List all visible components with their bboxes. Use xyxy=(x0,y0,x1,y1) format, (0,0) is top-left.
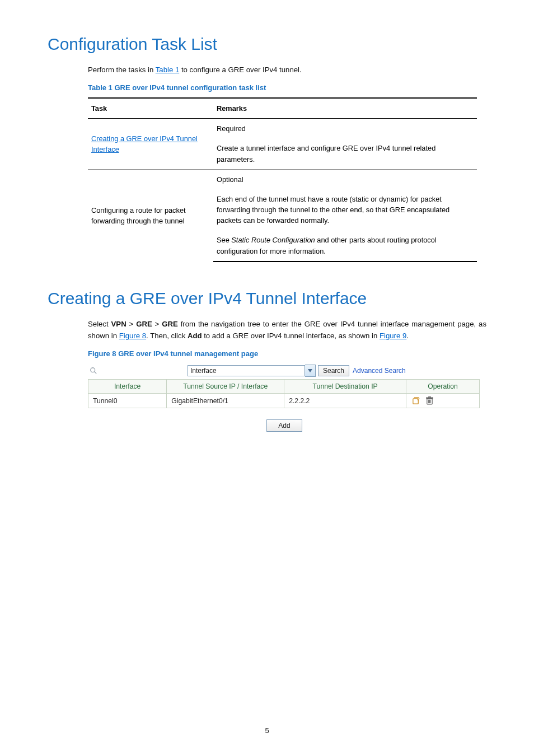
add-button[interactable]: Add xyxy=(266,419,302,432)
text: > xyxy=(152,320,162,328)
breadcrumb: GRE xyxy=(136,320,152,328)
remarks-cell: Create a tunnel interface and configure … xyxy=(213,138,477,169)
text: See xyxy=(217,236,231,244)
link-figure-8[interactable]: Figure 8 xyxy=(119,332,146,340)
link-figure-9[interactable]: Figure 9 xyxy=(380,332,406,340)
text: Perform the tasks in xyxy=(88,66,156,74)
table-row: Tunnel0 GigabitEthernet0/1 2.2.2.2 xyxy=(88,394,480,408)
chevron-down-icon[interactable] xyxy=(305,365,316,377)
trash-icon[interactable] xyxy=(426,396,433,405)
intro-paragraph-1: Perform the tasks in Table 1 to configur… xyxy=(48,64,486,76)
col-header-interface[interactable]: Interface xyxy=(88,380,167,394)
advanced-search-link[interactable]: Advanced Search xyxy=(353,367,406,375)
task-cell-2: Configuring a route for packet forwardin… xyxy=(88,169,213,262)
col-header-remarks: Remarks xyxy=(213,98,477,119)
svg-point-0 xyxy=(91,368,95,372)
breadcrumb: GRE xyxy=(162,320,178,328)
table-1-caption: Table 1 GRE over IPv4 tunnel configurati… xyxy=(88,83,486,92)
edit-icon[interactable] xyxy=(412,396,420,405)
text-bold-add: Add xyxy=(188,332,202,340)
svg-line-1 xyxy=(95,372,97,374)
search-button[interactable]: Search xyxy=(318,365,349,376)
cell-source: GigabitEthernet0/1 xyxy=(167,394,284,408)
text: to configure a GRE over IPv4 tunnel. xyxy=(179,66,301,74)
figure-8-ui: Search Advanced Search Interface Tunnel … xyxy=(88,363,481,432)
heading-create-gre-tunnel: Creating a GRE over IPv4 Tunnel Interfac… xyxy=(48,289,486,308)
svg-rect-8 xyxy=(429,397,431,398)
task-cell-1: Creating a GRE over IPv4 Tunnel Interfac… xyxy=(88,119,213,170)
figure-8-caption: Figure 8 GRE over IPv4 tunnel management… xyxy=(88,349,486,358)
text: . xyxy=(406,332,409,340)
tunnel-table: Interface Tunnel Source IP / Interface T… xyxy=(88,379,480,408)
text: . Then, click xyxy=(146,332,188,340)
search-field-select[interactable] xyxy=(188,365,305,376)
remarks-cell: Required xyxy=(213,119,477,139)
table-1: Task Remarks Creating a GRE over IPv4 Tu… xyxy=(88,97,477,262)
text: to add a GRE over IPv4 tunnel interface,… xyxy=(202,332,380,340)
heading-config-task-list: Configuration Task List xyxy=(48,35,486,54)
link-create-gre-tunnel[interactable]: Creating a GRE over IPv4 Tunnel Interfac… xyxy=(91,134,198,153)
text-italic: Static Route Configuration xyxy=(231,236,315,244)
col-header-operation: Operation xyxy=(406,380,480,394)
link-table-1[interactable]: Table 1 xyxy=(156,66,180,74)
col-header-task: Task xyxy=(88,98,213,119)
cell-destination: 2.2.2.2 xyxy=(284,394,406,408)
section2-paragraph: Select VPN > GRE > GRE from the navigati… xyxy=(48,318,486,342)
col-header-source[interactable]: Tunnel Source IP / Interface xyxy=(167,380,284,394)
page-number: 5 xyxy=(0,726,534,735)
col-header-destination[interactable]: Tunnel Destination IP xyxy=(284,380,406,394)
search-icon xyxy=(88,365,99,376)
remarks-cell: Each end of the tunnel must have a route… xyxy=(213,189,477,231)
text: > xyxy=(127,320,136,328)
text: Select xyxy=(88,320,111,328)
remarks-cell: See Static Route Configuration and other… xyxy=(213,230,477,261)
remarks-cell: Optional xyxy=(213,169,477,189)
cell-interface: Tunnel0 xyxy=(88,394,167,408)
breadcrumb: VPN xyxy=(111,320,127,328)
